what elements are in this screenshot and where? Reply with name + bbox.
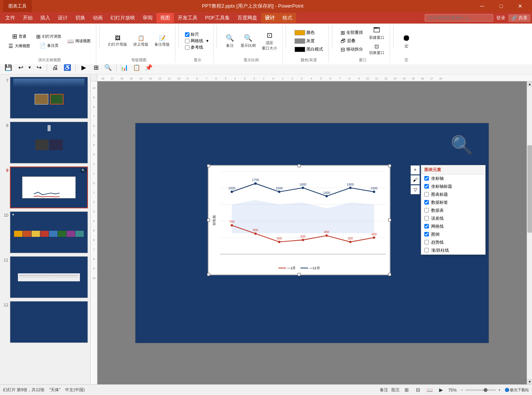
fit-window-btn[interactable]: ⊡适应窗口大小 [260,30,279,52]
new-window-btn[interactable]: 🗔新建窗口 [367,25,387,41]
slideshow-btn-status[interactable]: ▶ [437,386,445,394]
login-button[interactable]: 登录 [496,15,505,21]
chart-filter-btn[interactable]: ▽ [411,185,420,194]
save-btn[interactable]: 💾 [3,62,14,73]
normal-view-btn[interactable]: ⊞ [403,386,411,394]
grayscale-btn[interactable]: 灰度 [292,37,325,44]
slide-item-11[interactable]: 11 [2,255,89,299]
menu-transitions[interactable]: 切换 [72,13,89,23]
paste-btn[interactable]: 📌 [143,62,154,73]
handout-master-btn[interactable]: 📋讲义母版 [131,34,151,48]
view-slide-sorter-btn[interactable]: ⊞幻灯片浏览 [34,32,64,41]
undo-btn[interactable]: ↩ [15,62,26,73]
start-show-btn[interactable]: ▶ [78,62,89,73]
chart-title-checkbox[interactable] [424,192,429,197]
menu-pdf[interactable]: PDF工具集 [201,13,234,23]
show-expand-btn[interactable]: ▼ [205,39,210,43]
legend-checkbox[interactable] [424,232,429,236]
menu-home[interactable]: 开始 [19,13,37,23]
view-reading-btn[interactable]: 📖阅读视图 [65,37,93,45]
slide-thumb-10[interactable]: ★ [10,211,88,253]
insert-table-btn[interactable]: ⊞ [91,62,101,73]
view-outline-btn[interactable]: ☰大纲视图 [6,42,32,50]
gridlines-panel-checkbox[interactable] [424,224,429,228]
slide-thumb-8[interactable] [10,122,88,163]
maximize-button[interactable]: □ [492,0,510,12]
slide-item-10[interactable]: 10 ★ [2,211,89,254]
slide-sorter-btn-status[interactable]: ⊟ [414,386,422,394]
bw-btn[interactable]: 黑白模式 [292,46,325,53]
comments-btn-status[interactable]: 批注 [391,387,400,393]
trendline-checkbox[interactable] [424,240,429,244]
print-preview-btn[interactable]: 🖨 [50,62,61,73]
scrollbar-thumb[interactable] [527,145,532,233]
zoom-slider[interactable] [465,389,496,391]
menu-baidu[interactable]: 百度网盘 [234,13,261,23]
error-bars-checkbox[interactable] [424,216,429,221]
arrange-all-btn[interactable]: ⊞全部重排 [338,29,365,36]
search-input[interactable] [425,14,493,22]
macro-btn[interactable]: ⏺宏 [400,32,413,50]
zoom-ratio-btn[interactable]: 🔍显示比例 [238,33,258,49]
menu-chart-design[interactable]: 设计 [261,13,279,23]
check-gridlines[interactable]: 网格线 [185,38,203,44]
menu-slideshow[interactable]: 幻灯片放映 [107,13,139,23]
share-button[interactable]: 🔗 共享 [508,14,530,22]
ruler-checkbox[interactable] [185,32,190,37]
menu-review[interactable]: 审阅 [139,13,156,23]
slide-thumb-12[interactable] [10,301,88,343]
menu-animations[interactable]: 动画 [89,13,107,23]
slide-item-9[interactable]: 9 🔍 [2,166,89,209]
slide-item-8[interactable]: 8 [2,121,89,164]
reading-view-btn-status[interactable]: 📖 [425,386,434,394]
menu-view[interactable]: 视图 [156,13,174,23]
check-guides[interactable]: 参考线 [185,44,203,50]
menu-insert[interactable]: 插入 [37,13,54,23]
close-button[interactable]: ✕ [511,0,529,12]
slide-item-7[interactable]: 7 [2,76,89,119]
color-btn[interactable]: 颜色 [292,29,325,36]
guides-checkbox[interactable] [185,45,190,50]
view-notes-btn[interactable]: 📄备注页 [34,41,64,50]
data-table-checkbox[interactable] [424,208,429,213]
slide-master-btn[interactable]: 🖼幻灯片母版 [106,34,129,48]
split-btn[interactable]: ⊟移动拆分 [338,46,365,53]
data-labels-checkbox[interactable] [424,200,429,205]
accessibility-btn[interactable]: ♿ [62,62,73,73]
slide-thumb-7[interactable] [10,77,88,119]
slide-thumb-11[interactable] [10,256,88,298]
menu-developer[interactable]: 开发工具 [174,13,201,23]
menu-design[interactable]: 设计 [54,13,72,23]
redo-btn[interactable]: ↪ [33,62,44,73]
chart-container[interactable]: 销售额 [208,165,390,275]
updown-bars-checkbox[interactable] [424,248,429,252]
slide-thumb-9[interactable]: 🔍 [10,167,88,208]
menu-file[interactable]: 文件 [2,13,19,23]
zoom-thumb[interactable] [484,388,487,392]
minimize-button[interactable]: ─ [473,0,491,12]
scrollbar-track[interactable] [527,87,532,379]
axis-checkbox[interactable] [424,176,429,181]
slide-item-12[interactable]: 12 [2,300,89,344]
check-ruler[interactable]: 标尺 [185,32,203,37]
scrollbar-down-btn[interactable]: ▼ [527,379,532,384]
switch-window-btn[interactable]: ⊡切换窗口 [367,42,387,57]
view-normal-btn[interactable]: ⊞普通 [6,32,32,41]
zoom-out-btn[interactable]: － [460,387,464,393]
notes-btn-status[interactable]: 备注 [380,387,388,393]
cascade-btn[interactable]: 🗗层叠 [338,37,365,45]
menu-chart-format[interactable]: 格式 [279,13,296,23]
axis-title-checkbox[interactable] [424,184,429,189]
add-element-btn[interactable]: ＋ [411,165,420,174]
clipboard-btn[interactable]: 📋 [131,62,142,73]
chart-style-btn[interactable]: 🖌 [411,175,420,184]
gridlines-checkbox[interactable] [185,39,190,43]
notes-master-btn[interactable]: 📝备注母版 [152,34,172,48]
format-btn[interactable]: 📊 [119,62,130,73]
notes-btn[interactable]: 🔍备注 [223,33,237,49]
scrollbar-up-btn[interactable]: ▲ [527,81,532,87]
zoom-in-btn-status[interactable]: ＋ [497,387,502,393]
vertical-scrollbar[interactable]: ▲ ▼ [527,81,532,384]
undo-dropdown[interactable]: ▼ [27,62,32,73]
zoom-in-btn[interactable]: 🔍 [103,62,113,73]
